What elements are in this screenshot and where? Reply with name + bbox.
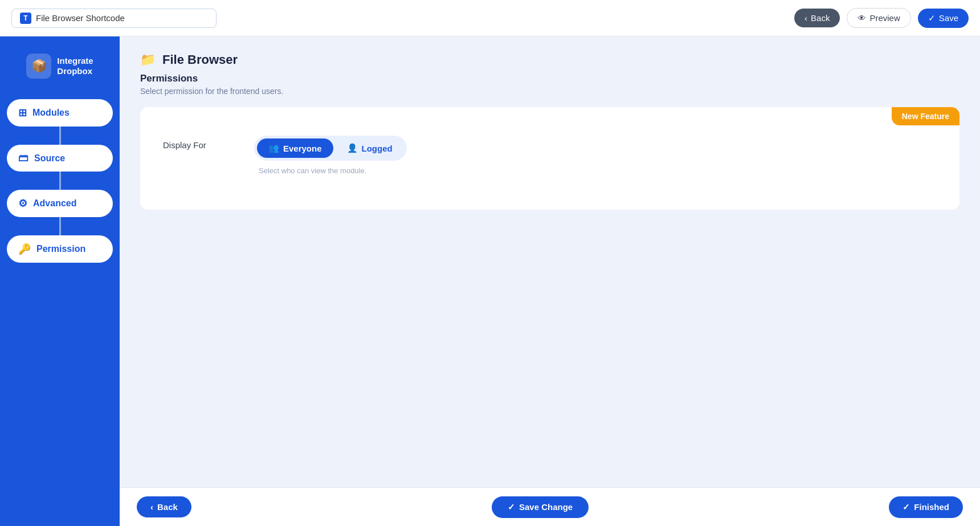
preview-label: Preview (869, 13, 900, 23)
eye-icon: 👁 (858, 13, 866, 23)
sidebar-label-permission: Permission (36, 244, 85, 254)
source-icon: 🗃 (18, 152, 28, 164)
toggle-group: 👥 Everyone 👤 Logged (254, 136, 407, 161)
toggle-hint: Select who can view the module. (254, 166, 407, 175)
finished-button[interactable]: ✓ Finished (889, 496, 963, 518)
page-header: 📁 File Browser (140, 52, 959, 67)
shortcode-input-wrapper: T (11, 9, 217, 28)
shortcode-input[interactable] (36, 13, 208, 23)
content-area: 📁 File Browser Permissions Select permis… (120, 36, 980, 526)
sidebar-logo: 📦 Integrate Dropbox (26, 54, 93, 79)
preview-button[interactable]: 👁 Preview (847, 8, 910, 28)
connector-1 (59, 127, 61, 145)
connector-3 (59, 217, 61, 235)
sidebar-item-modules[interactable]: ⊞ Modules (7, 99, 113, 127)
section-subtitle: Select permission for the frontend users… (140, 87, 959, 96)
sidebar-item-source[interactable]: 🗃 Source (7, 145, 113, 172)
everyone-icon: 👥 (268, 143, 279, 153)
sidebar-item-permission[interactable]: 🔑 Permission (7, 235, 113, 263)
sidebar-label-modules: Modules (32, 108, 70, 118)
check-icon-top: ✓ (928, 13, 936, 23)
save-change-label: Save Change (519, 502, 573, 512)
page-title: File Browser (162, 52, 238, 67)
display-for-label: Display For (163, 136, 220, 150)
logo-text: Integrate Dropbox (57, 56, 93, 76)
chevron-left-icon-bottom: ‹ (150, 502, 153, 512)
bottom-bar: ‹ Back ✓ Save Change ✓ Finished (120, 487, 980, 526)
finished-label: Finished (914, 502, 949, 512)
logged-label: Logged (362, 144, 393, 153)
shortcode-badge: T (20, 13, 31, 24)
section-title: Permissions (140, 73, 959, 84)
chevron-left-icon: ‹ (805, 13, 807, 23)
everyone-label: Everyone (283, 144, 322, 153)
save-change-button[interactable]: ✓ Save Change (492, 496, 589, 518)
back-button-bottom[interactable]: ‹ Back (137, 496, 191, 517)
sidebar: 📦 Integrate Dropbox ⊞ Modules 🗃 Source ⚙ (0, 36, 120, 526)
toggle-everyone[interactable]: 👥 Everyone (257, 138, 333, 158)
modules-icon: ⊞ (18, 107, 27, 119)
sidebar-label-source: Source (34, 153, 65, 164)
permission-icon: 🔑 (18, 243, 31, 255)
check-icon-save: ✓ (508, 502, 515, 512)
connector-2 (59, 172, 61, 190)
sidebar-nav: ⊞ Modules 🗃 Source ⚙ Advanced 🔑 Permissi… (7, 99, 113, 263)
back-label-top: Back (811, 13, 830, 23)
logo-icon: 📦 (26, 54, 51, 79)
display-for-row: Display For 👥 Everyone 👤 Logged (163, 136, 937, 175)
back-label-bottom: Back (157, 502, 178, 512)
advanced-icon: ⚙ (18, 197, 27, 210)
permissions-card: New Feature Display For 👥 Everyone 👤 Log… (140, 107, 959, 210)
main-layout: 📦 Integrate Dropbox ⊞ Modules 🗃 Source ⚙ (0, 36, 980, 526)
page-header-icon: 📁 (140, 52, 156, 67)
sidebar-item-advanced[interactable]: ⚙ Advanced (7, 190, 113, 217)
sidebar-label-advanced: Advanced (33, 198, 76, 209)
new-feature-badge[interactable]: New Feature (892, 107, 959, 125)
logged-icon: 👤 (347, 143, 358, 153)
toggle-logged[interactable]: 👤 Logged (336, 138, 404, 158)
top-bar: T ‹ Back 👁 Preview ✓ Save (0, 0, 980, 36)
save-label-top: Save (939, 13, 958, 23)
check-icon-finished: ✓ (903, 502, 910, 512)
save-button-top[interactable]: ✓ Save (918, 9, 969, 28)
back-button-top[interactable]: ‹ Back (794, 9, 840, 27)
display-for-controls: 👥 Everyone 👤 Logged Select who can view … (254, 136, 407, 175)
content-inner: 📁 File Browser Permissions Select permis… (120, 36, 980, 487)
